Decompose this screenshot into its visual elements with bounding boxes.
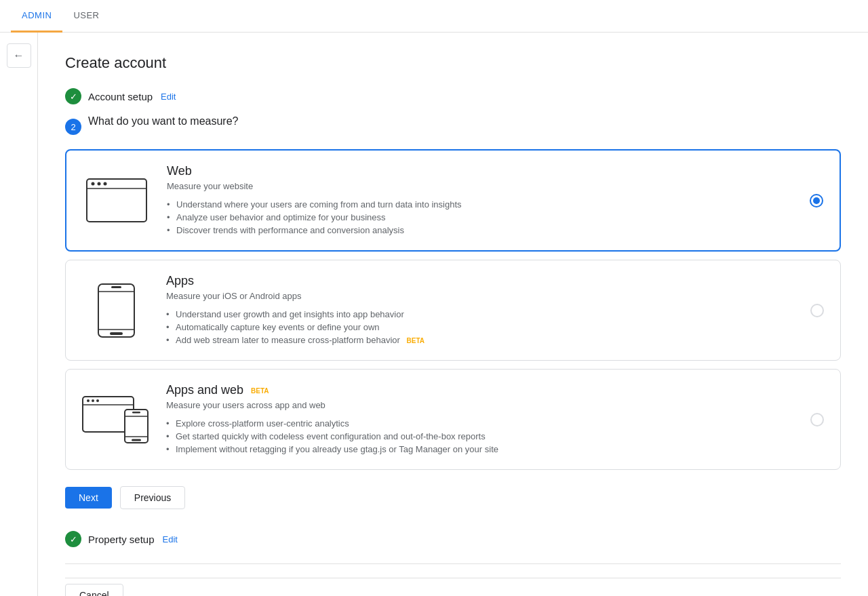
apps-web-option-content: Apps and web BETA Measure your users acr… [166,383,800,456]
step3-check-icon: ✓ [65,531,81,547]
svg-rect-9 [111,286,121,288]
web-option-content: Web Measure your website Understand wher… [167,164,799,237]
svg-rect-18 [132,439,141,441]
web-option-subtitle: Measure your website [167,181,799,191]
web-option-bullets: Understand where your users are coming f… [167,198,799,237]
option-apps-card[interactable]: Apps Measure your iOS or Android apps Un… [65,260,841,361]
main-content: Create account ✓ Account setup Edit 2 Wh… [38,33,868,596]
apps-option-bullets: Understand user growth and get insights … [166,308,800,346]
svg-point-2 [92,182,95,186]
step3-edit-link[interactable]: Edit [163,534,178,544]
svg-rect-19 [132,412,140,414]
apps-radio[interactable] [810,304,824,317]
apps-web-option-title: Apps and web BETA [166,383,800,397]
step2-number: 2 [65,119,81,135]
step3-title: Property setup [88,534,155,545]
step2-header: 2 What do you want to measure? [65,115,841,138]
step2-question: What do you want to measure? [88,115,238,127]
back-button[interactable]: ← [7,43,31,68]
apps-web-icon [82,396,150,443]
web-option-title: Web [167,164,799,178]
previous-button[interactable]: Previous [120,486,185,509]
svg-rect-15 [125,410,148,443]
top-nav: ADMIN USER [0,0,868,33]
apps-icon [82,283,150,338]
step1-header: ✓ Account setup Edit [65,88,841,104]
layout: ← Create account ✓ Account setup Edit 2 … [0,33,868,596]
svg-point-13 [92,399,94,402]
option-web-card[interactable]: Web Measure your website Understand wher… [65,149,841,252]
option-apps-web-card[interactable]: Apps and web BETA Measure your users acr… [65,369,841,470]
step1-title: Account setup [88,91,153,102]
sidebar: ← [0,33,38,596]
cancel-row: Cancel [65,578,841,596]
step1-check-icon: ✓ [65,88,81,104]
cancel-button[interactable]: Cancel [65,584,123,596]
next-button[interactable]: Next [65,487,112,509]
apps-option-content: Apps Measure your iOS or Android apps Un… [166,274,800,346]
apps-beta-badge: BETA [407,337,425,344]
apps-web-option-subtitle: Measure your users across app and web [166,400,800,410]
svg-point-4 [104,182,107,186]
step1-edit-link[interactable]: Edit [161,92,176,102]
apps-web-option-bullets: Explore cross-platform user-centric anal… [166,417,800,456]
apps-bullet-1: Understand user growth and get insights … [166,308,800,321]
apps-web-beta-badge: BETA [251,387,269,395]
apps-bullet-3: Add web stream later to measure cross-pl… [166,334,800,346]
svg-point-3 [98,182,101,186]
divider [65,563,841,564]
apps-web-bullet-2: Get started quickly with codeless event … [166,430,800,443]
apps-web-radio[interactable] [810,413,824,426]
apps-web-bullet-1: Explore cross-platform user-centric anal… [166,417,800,430]
svg-point-12 [87,399,90,402]
admin-tab[interactable]: ADMIN [11,0,62,33]
web-bullet-1: Understand where your users are coming f… [167,198,799,211]
web-icon [83,178,151,222]
apps-web-bullet-3: Implement without retagging if you alrea… [166,443,800,456]
web-radio[interactable] [810,194,823,207]
apps-option-title: Apps [166,274,800,288]
web-bullet-3: Discover trends with performance and con… [167,224,799,237]
apps-bullet-2: Automatically capture key events or defi… [166,321,800,334]
svg-rect-8 [110,332,123,335]
step2-section: 2 What do you want to measure? Web M [65,115,841,470]
page-title: Create account [65,54,841,72]
step3-header: ✓ Property setup Edit [65,523,841,547]
user-tab[interactable]: USER [62,0,110,33]
apps-option-subtitle: Measure your iOS or Android apps [166,291,800,301]
bottom-nav: Next Previous [65,486,841,509]
web-bullet-2: Analyze user behavior and optimize for y… [167,211,799,224]
svg-point-14 [96,399,99,402]
svg-rect-0 [87,179,146,222]
